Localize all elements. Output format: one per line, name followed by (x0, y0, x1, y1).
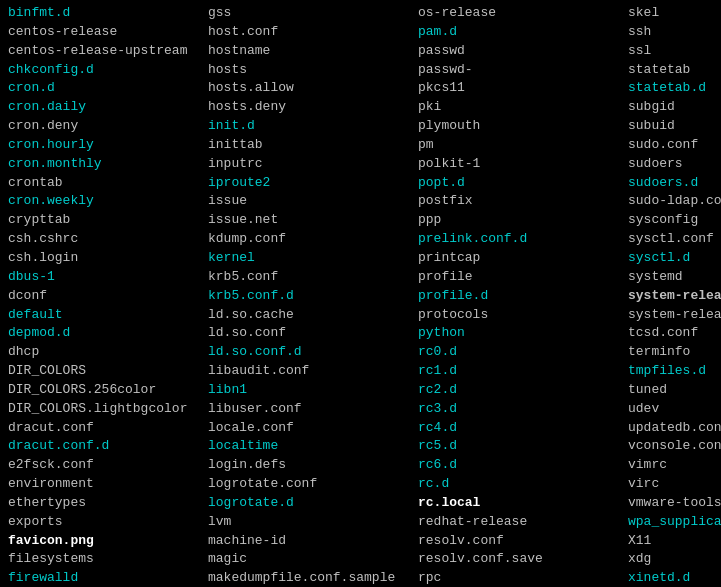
file-item: kdump.conf (208, 230, 418, 249)
file-item: DIR_COLORS (8, 362, 208, 381)
file-item: DIR_COLORS.256color (8, 381, 208, 400)
file-item: inputrc (208, 155, 418, 174)
file-item: system-release (628, 287, 721, 306)
file-item: localtime (208, 437, 418, 456)
file-item: vimrc (628, 456, 721, 475)
file-item: ssh (628, 23, 721, 42)
file-item: crypttab (8, 211, 208, 230)
file-item: virc (628, 475, 721, 494)
file-item: tcsd.conf (628, 324, 721, 343)
file-item: iproute2 (208, 174, 418, 193)
column-2: gsshost.confhostnamehostshosts.allowhost… (208, 4, 418, 587)
file-item: profile.d (418, 287, 628, 306)
file-item: libaudit.conf (208, 362, 418, 381)
file-item: pam.d (418, 23, 628, 42)
file-item: cron.daily (8, 98, 208, 117)
file-item: udev (628, 400, 721, 419)
file-item: systemd (628, 268, 721, 287)
file-item: rc0.d (418, 343, 628, 362)
file-item: hosts.deny (208, 98, 418, 117)
file-item: ld.so.conf (208, 324, 418, 343)
file-item: hosts (208, 61, 418, 80)
file-item: wpa_supplicant (628, 513, 721, 532)
file-item: rc5.d (418, 437, 628, 456)
file-item: printcap (418, 249, 628, 268)
file-item: cron.deny (8, 117, 208, 136)
file-item: inittab (208, 136, 418, 155)
file-item: default (8, 306, 208, 325)
file-item: csh.login (8, 249, 208, 268)
file-item: protocols (418, 306, 628, 325)
file-item: login.defs (208, 456, 418, 475)
file-item: sysctl.conf (628, 230, 721, 249)
file-item: environment (8, 475, 208, 494)
file-item: redhat-release (418, 513, 628, 532)
file-item: dracut.conf.d (8, 437, 208, 456)
file-item: centos-release (8, 23, 208, 42)
file-item: filesystems (8, 550, 208, 569)
file-item: updatedb.conf (628, 419, 721, 438)
file-item: cron.weekly (8, 192, 208, 211)
file-item: terminfo (628, 343, 721, 362)
file-item: makedumpfile.conf.sample (208, 569, 418, 587)
file-item: cron.d (8, 79, 208, 98)
file-item: krb5.conf (208, 268, 418, 287)
file-item: X11 (628, 532, 721, 551)
file-item: passwd- (418, 61, 628, 80)
file-item: pm (418, 136, 628, 155)
file-item: firewalld (8, 569, 208, 587)
file-item: crontab (8, 174, 208, 193)
file-item: plymouth (418, 117, 628, 136)
file-item: vconsole.conf (628, 437, 721, 456)
file-item: tmpfiles.d (628, 362, 721, 381)
file-item: ld.so.cache (208, 306, 418, 325)
file-item: rc.d (418, 475, 628, 494)
file-item: gss (208, 4, 418, 23)
file-item: tuned (628, 381, 721, 400)
file-item: ethertypes (8, 494, 208, 513)
file-item: hosts.allow (208, 79, 418, 98)
file-item: rc6.d (418, 456, 628, 475)
file-item: polkit-1 (418, 155, 628, 174)
file-item: dbus-1 (8, 268, 208, 287)
file-item: binfmt.d (8, 4, 208, 23)
file-item: hostname (208, 42, 418, 61)
file-item: cron.hourly (8, 136, 208, 155)
file-item: popt.d (418, 174, 628, 193)
column-1: binfmt.dcentos-releasecentos-release-ups… (8, 4, 208, 587)
file-item: os-release (418, 4, 628, 23)
file-item: lvm (208, 513, 418, 532)
file-item: exports (8, 513, 208, 532)
file-item: rc1.d (418, 362, 628, 381)
file-item: DIR_COLORS.lightbgcolor (8, 400, 208, 419)
file-item: resolv.conf.save (418, 550, 628, 569)
file-item: ppp (418, 211, 628, 230)
file-item: dhcp (8, 343, 208, 362)
column-3: os-releasepam.dpasswdpasswd-pkcs11pkiply… (418, 4, 628, 587)
file-item: sudoers.d (628, 174, 721, 193)
file-item: issue (208, 192, 418, 211)
file-item: profile (418, 268, 628, 287)
file-item: subgid (628, 98, 721, 117)
file-item: rpc (418, 569, 628, 587)
file-item: pkcs11 (418, 79, 628, 98)
file-item: sudo.conf (628, 136, 721, 155)
file-item: python (418, 324, 628, 343)
file-item: locale.conf (208, 419, 418, 438)
file-item: magic (208, 550, 418, 569)
file-item: csh.cshrc (8, 230, 208, 249)
file-item: prelink.conf.d (418, 230, 628, 249)
file-item: cron.monthly (8, 155, 208, 174)
file-item: rc4.d (418, 419, 628, 438)
file-item: passwd (418, 42, 628, 61)
file-item: host.conf (208, 23, 418, 42)
file-item: issue.net (208, 211, 418, 230)
file-item: sudoers (628, 155, 721, 174)
file-item: depmod.d (8, 324, 208, 343)
file-item: rc3.d (418, 400, 628, 419)
file-item: chkconfig.d (8, 61, 208, 80)
file-item: skel (628, 4, 721, 23)
file-item: xdg (628, 550, 721, 569)
file-item: init.d (208, 117, 418, 136)
file-item: rc2.d (418, 381, 628, 400)
